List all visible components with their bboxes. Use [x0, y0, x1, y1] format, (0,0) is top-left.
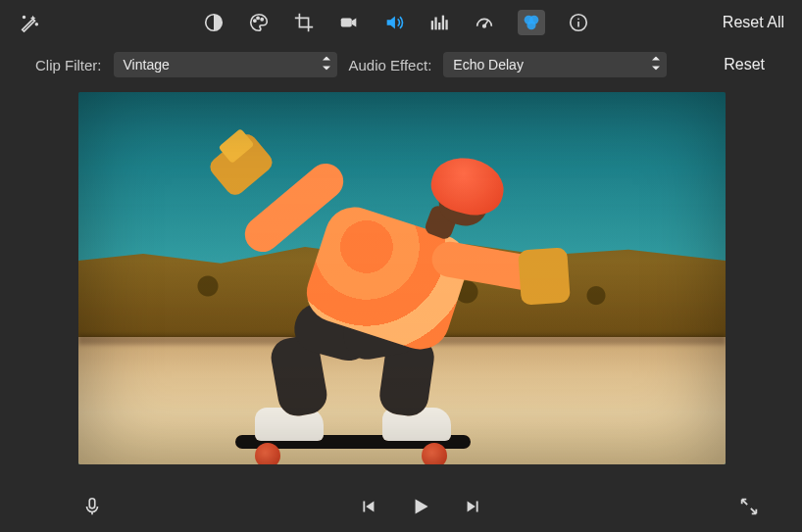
speedometer-icon[interactable]: [473, 11, 496, 34]
camera-icon[interactable]: [337, 11, 361, 34]
svg-point-4: [257, 17, 259, 19]
effects-icon[interactable]: [518, 10, 545, 35]
clip-filter-select[interactable]: Vintage: [114, 52, 337, 77]
svg-rect-10: [442, 16, 444, 30]
svg-point-3: [254, 20, 256, 22]
video-editor-inspector: Reset All Clip Filter: Vintage Audio Eff…: [0, 0, 802, 532]
audio-effect-select[interactable]: Echo Delay: [443, 52, 667, 77]
svg-rect-7: [431, 21, 433, 29]
svg-rect-8: [434, 18, 436, 30]
svg-rect-18: [89, 499, 95, 508]
magic-wand-icon[interactable]: [18, 11, 41, 34]
volume-icon[interactable]: [382, 11, 406, 34]
svg-rect-6: [341, 18, 352, 26]
reset-all-button[interactable]: Reset All: [723, 14, 784, 31]
svg-point-12: [483, 24, 486, 27]
crop-icon[interactable]: [292, 11, 316, 34]
clip-filter-value: Vintage: [124, 57, 170, 73]
play-button[interactable]: [407, 493, 434, 520]
contrast-icon[interactable]: [202, 11, 226, 34]
reset-button[interactable]: Reset: [724, 56, 765, 73]
palette-icon[interactable]: [247, 11, 271, 34]
effects-strip: Clip Filter: Vintage Audio Effect: Echo …: [0, 45, 802, 84]
audio-effect-value: Echo Delay: [453, 57, 524, 73]
audio-effect-label: Audio Effect:: [349, 57, 432, 73]
chevron-updown-icon: [651, 57, 661, 73]
transport-bar: [0, 481, 802, 532]
svg-point-5: [261, 19, 263, 21]
svg-rect-11: [445, 20, 447, 29]
svg-point-0: [24, 17, 25, 19]
microphone-icon[interactable]: [78, 493, 106, 520]
expand-icon[interactable]: [735, 493, 763, 520]
chevron-updown-icon: [322, 57, 331, 73]
svg-rect-9: [438, 23, 440, 29]
clip-filter-label: Clip Filter:: [35, 57, 102, 73]
inspector-toolbar: Reset All: [0, 0, 802, 45]
video-preview[interactable]: [78, 92, 726, 464]
preview-subject: [196, 131, 598, 464]
next-button[interactable]: [460, 493, 487, 520]
svg-point-15: [526, 21, 535, 29]
equalizer-icon[interactable]: [427, 11, 451, 34]
svg-point-1: [35, 24, 37, 25]
previous-button[interactable]: [354, 493, 381, 520]
svg-point-17: [577, 18, 579, 20]
info-icon[interactable]: [567, 11, 590, 34]
